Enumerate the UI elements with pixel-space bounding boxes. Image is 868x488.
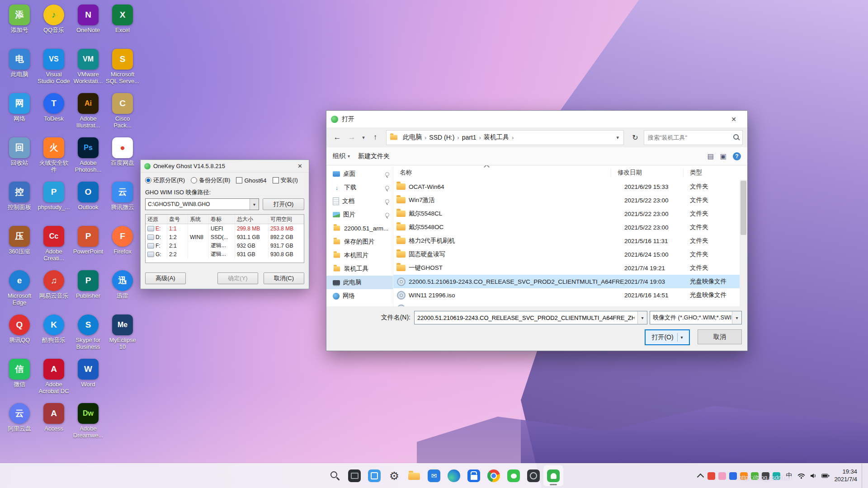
tray-icon[interactable] [751,472,759,480]
settings-button[interactable]: ⚙ [384,465,404,486]
tray-icon[interactable] [729,472,737,480]
address-bar[interactable]: 此电脑›SSD (H:)›part1›装机工具› ▾ [386,130,624,145]
tray-icon[interactable] [740,472,748,480]
forward-button[interactable]: → [345,131,358,144]
backup-partition-radio[interactable]: 备份分区(B) [191,176,230,184]
network-icon[interactable] [797,473,805,479]
type-column-header[interactable]: 类型 [684,168,747,177]
desktop-icon[interactable]: 火火绒安全软件 [37,134,71,178]
file-row[interactable]: 戴尔5548OC2021/5/22 23:00文件夹 [393,221,740,234]
help-icon[interactable]: ? [733,152,741,160]
file-row[interactable]: OCAT-Win642021/6/29 15:33文件夹 [393,180,740,193]
desktop-icon[interactable]: MeMyEclipse 10 [105,311,140,356]
desktop-icon[interactable]: DwAdobe Dreamwe... [71,400,105,444]
partition-row[interactable]: F:2:1逻辑...932 GB931.7 GB [146,241,304,250]
task-view-button[interactable] [364,465,384,486]
filename-combobox[interactable]: ▾ [414,311,647,324]
search-box[interactable] [644,130,743,145]
install-checkbox[interactable]: 安装(I) [273,176,298,184]
partition-row[interactable]: D:1:2WIN8SSD(...931.1 GB892.2 GB [146,233,304,241]
filename-input[interactable] [415,314,637,321]
desktop-icon[interactable]: ●百度网盘 [105,134,140,178]
file-row[interactable]: WIN11 21996.iso2021/6/16 14:51光盘映像文件 [393,288,740,302]
breadcrumb-item[interactable]: SSD (H:) [426,134,457,141]
scrollbar[interactable] [740,180,747,306]
open-split-dropdown-icon[interactable]: ▾ [677,333,683,342]
breadcrumb-item[interactable]: part1 [459,134,479,141]
breadcrumb-item[interactable]: 装机工具 [481,133,512,141]
tray-icon[interactable] [773,472,780,480]
tray-icon[interactable] [718,472,726,480]
ok-button[interactable]: 确定(Y) [217,272,258,284]
sidebar-item[interactable]: 保存的图片 [326,235,393,249]
widgets-button[interactable] [344,465,364,486]
search-input[interactable] [647,134,733,141]
desktop-icon[interactable]: PsAdobe Photosh... [71,134,105,178]
close-icon[interactable]: ✕ [725,116,743,123]
sidebar-item[interactable]: 22000.51_arm... [326,221,393,235]
file-row[interactable]: Win7激活2021/5/22 23:00文件夹 [393,193,740,207]
advanced-button[interactable]: 高级(A) [145,272,186,284]
image-path-combobox[interactable]: C:\GHOST\D_WIN8.GHO ▾ [145,198,259,210]
desktop-icon[interactable]: AiAdobe Illustrat... [71,90,105,134]
browse-button[interactable]: 打开(O) [263,198,304,210]
mail-button[interactable]: ✉ [424,465,444,486]
edge-button[interactable] [444,465,464,486]
file-explorer-button[interactable] [404,465,424,486]
desktop-icon[interactable]: Q腾讯QQ [2,311,37,356]
desktop-icon[interactable]: CcAdobe Creati... [37,223,71,267]
desktop-icon[interactable]: PPowerPoint [71,223,105,267]
sidebar-item[interactable]: 图片 [326,208,393,221]
ime-indicator[interactable]: 中 [785,472,793,480]
file-row[interactable]: 一键GHOST2021/7/4 19:21文件夹 [393,261,740,275]
desktop-icon[interactable]: 迅迅雷 [105,267,140,311]
desktop-icon[interactable]: 云阿里云盘 [2,400,37,444]
sidebar-item[interactable]: 网络 [326,289,393,303]
hidden-icons-chevron[interactable] [697,473,704,480]
desktop-icon[interactable]: 控控制面板 [2,178,37,223]
ghost-titlebar[interactable]: OneKey Ghost V14.5.8.215 ✕ [141,160,309,173]
chevron-down-icon[interactable]: ▾ [250,199,259,210]
desktop-icon[interactable]: K酷狗音乐 [37,311,71,356]
sidebar-item[interactable]: 本机照片 [326,249,393,262]
desktop-icon[interactable]: 信微信 [2,356,37,400]
chrome-button[interactable] [484,465,504,486]
clock[interactable]: 19:34 2021/7/4 [834,468,857,483]
desktop-icon[interactable]: FFirefox [105,223,140,267]
close-icon[interactable]: ✕ [295,162,305,170]
sidebar-item[interactable]: ↓下载 [326,181,393,194]
filetype-combobox[interactable]: 映像文件 (*.GHO;*.WIM;*.SWI ▾ [650,311,742,324]
sidebar-item[interactable]: 桌面 [326,167,393,181]
cancel-button[interactable]: 取消 [698,329,742,344]
desktop-icon[interactable]: AAccess [37,400,71,444]
file-row[interactable]: 格力2代手机刷机2021/5/16 11:31文件夹 [393,234,740,248]
desktop-icon[interactable]: SMicrosoft SQL Serve... [105,46,140,90]
date-column-header[interactable]: 修改日期 [611,168,684,177]
partition-row[interactable]: E:1:1UEFI299.8 MB253.8 MB [146,224,304,233]
back-button[interactable]: ← [331,131,344,144]
start-button[interactable] [305,465,325,486]
name-column-header[interactable]: 名称 [393,168,611,177]
breadcrumb-item[interactable]: 此电脑 [400,133,425,141]
desktop-icon[interactable]: eMicrosoft Edge [2,267,37,311]
preview-pane-icon[interactable]: ▣ [720,152,726,160]
desktop-icon[interactable]: 压360压缩 [2,223,37,267]
desktop-icon[interactable]: 电此电脑 [2,46,37,90]
view-mode-icon[interactable]: ▤ [708,152,714,160]
file-row[interactable]: 戴尔5548CL2021/5/22 23:00文件夹 [393,207,740,221]
recent-locations-dropdown[interactable]: ▾ [360,131,367,144]
search-button[interactable] [325,465,344,486]
cancel-button[interactable]: 取消(C) [264,272,304,284]
desktop-icon[interactable]: VSVisual Studio Code [37,46,71,90]
chevron-down-icon[interactable]: ▾ [637,311,647,324]
desktop-icon[interactable]: 回回收站 [2,134,37,178]
onekey-ghost-button[interactable] [543,465,563,486]
desktop-icon[interactable]: SSkype for Business [71,311,105,356]
new-folder-button[interactable]: 新建文件夹 [358,152,390,160]
desktop-icon[interactable]: PPublisher [71,267,105,311]
sidebar-item[interactable]: 此电脑 [326,276,393,289]
desktop-icon[interactable]: WWord [71,356,105,400]
open-button[interactable]: 打开(O) ▾ [645,329,690,345]
desktop-icon[interactable]: 云腾讯微云 [105,178,140,223]
file-row[interactable]: 22000.51.210619-2243.CO_RELEASE_SVC_PROD… [393,275,740,288]
